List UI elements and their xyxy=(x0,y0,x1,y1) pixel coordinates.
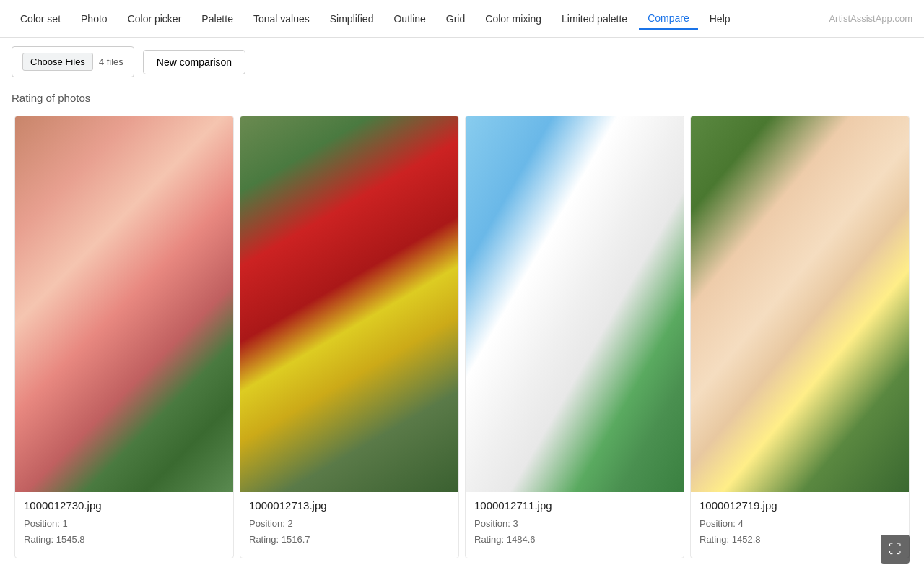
photo-filename: 1000012719.jpg xyxy=(699,499,900,512)
file-count: 4 files xyxy=(99,56,123,67)
nav-item-simplified[interactable]: Simplified xyxy=(321,9,383,29)
nav-item-tonal-values[interactable]: Tonal values xyxy=(245,9,318,29)
photo-grid: 1000012730.jpgPosition: 1Rating: 1545.81… xyxy=(0,113,924,573)
nav-item-palette[interactable]: Palette xyxy=(193,9,242,29)
photo-thumbnail-2 xyxy=(240,116,458,492)
photo-rating: Rating: 1452.8 xyxy=(699,534,761,545)
photo-filename: 1000012711.jpg xyxy=(474,499,675,512)
fullscreen-icon: ⛶ xyxy=(889,542,902,557)
photo-filename: 1000012730.jpg xyxy=(24,499,225,512)
photo-rating: Rating: 1516.7 xyxy=(249,534,310,545)
photo-thumbnail-4 xyxy=(691,116,909,492)
nav-item-photo[interactable]: Photo xyxy=(72,9,116,29)
photo-thumbnail-3 xyxy=(466,116,684,492)
photo-rating: Rating: 1484.6 xyxy=(474,534,536,545)
app-logo: ArtistAssistApp.com xyxy=(829,13,912,24)
photo-filename: 1000012713.jpg xyxy=(249,499,450,512)
photo-card[interactable]: 1000012719.jpgPosition: 4Rating: 1452.8 xyxy=(690,116,910,558)
photo-position: Position: 3 xyxy=(474,518,518,529)
choose-files-button[interactable]: Choose Files xyxy=(22,53,93,71)
photo-position: Position: 1 xyxy=(24,518,68,529)
new-comparison-button[interactable]: New comparison xyxy=(143,50,245,74)
photo-rating: Rating: 1545.8 xyxy=(24,534,85,545)
nav-item-color-mixing[interactable]: Color mixing xyxy=(476,9,550,29)
photo-meta: Position: 3Rating: 1484.6 xyxy=(474,516,675,548)
nav-item-grid[interactable]: Grid xyxy=(437,9,474,29)
section-title: Rating of photos xyxy=(0,86,924,113)
nav-item-compare[interactable]: Compare xyxy=(639,8,698,30)
photo-card[interactable]: 1000012711.jpgPosition: 3Rating: 1484.6 xyxy=(465,116,684,558)
photo-position: Position: 2 xyxy=(249,518,293,529)
photo-info: 1000012711.jpgPosition: 3Rating: 1484.6 xyxy=(466,492,684,558)
toolbar: Choose Files 4 files New comparison xyxy=(0,38,924,86)
photo-meta: Position: 1Rating: 1545.8 xyxy=(24,516,225,548)
photo-info: 1000012719.jpgPosition: 4Rating: 1452.8 xyxy=(691,492,909,558)
photo-position: Position: 4 xyxy=(699,518,744,529)
photo-meta: Position: 4Rating: 1452.8 xyxy=(699,516,900,548)
nav-item-outline[interactable]: Outline xyxy=(385,9,434,29)
photo-card[interactable]: 1000012730.jpgPosition: 1Rating: 1545.8 xyxy=(14,116,234,558)
photo-card[interactable]: 1000012713.jpgPosition: 2Rating: 1516.7 xyxy=(240,116,459,558)
photo-info: 1000012730.jpgPosition: 1Rating: 1545.8 xyxy=(15,492,233,558)
nav-item-help[interactable]: Help xyxy=(701,9,739,29)
fullscreen-button[interactable]: ⛶ xyxy=(881,535,910,564)
nav-item-limited-palette[interactable]: Limited palette xyxy=(553,9,636,29)
photo-thumbnail-1 xyxy=(15,116,233,492)
main-nav: Color set Photo Color picker Palette Ton… xyxy=(0,0,924,38)
nav-item-color-set[interactable]: Color set xyxy=(12,9,69,29)
photo-info: 1000012713.jpgPosition: 2Rating: 1516.7 xyxy=(240,492,458,558)
photo-meta: Position: 2Rating: 1516.7 xyxy=(249,516,450,548)
nav-item-color-picker[interactable]: Color picker xyxy=(119,9,191,29)
choose-files-label[interactable]: Choose Files 4 files xyxy=(12,46,134,77)
